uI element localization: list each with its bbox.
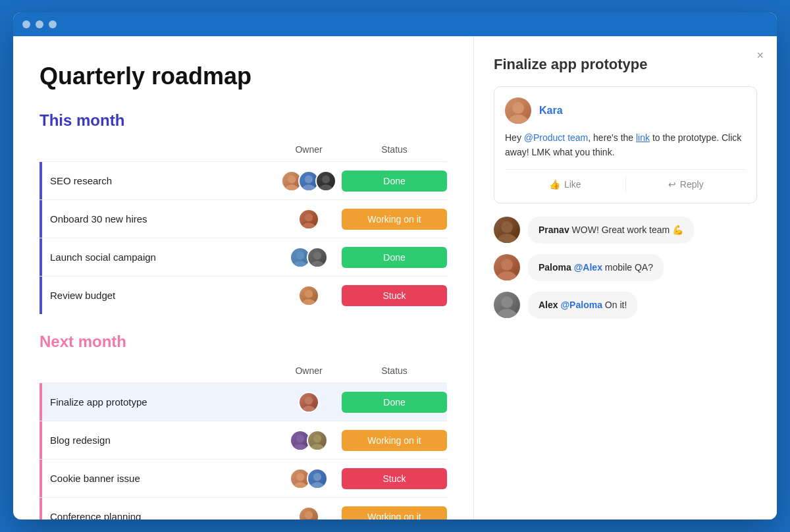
status-cell: Working on it <box>342 205 447 234</box>
status-badge-stuck: Stuck <box>342 468 447 489</box>
status-badge-stuck: Stuck <box>342 285 447 306</box>
comment-header: Kara <box>505 97 746 124</box>
task-label: Finalize app prototype <box>40 396 276 408</box>
owner-avatars <box>276 392 342 413</box>
owner-avatars <box>276 468 342 489</box>
status-badge-done: Done <box>342 392 447 413</box>
reply-author: Alex <box>539 300 558 310</box>
svg-point-14 <box>305 396 313 404</box>
table-row[interactable]: Cookie banner issue Stuck <box>40 459 447 497</box>
svg-point-29 <box>495 234 519 243</box>
svg-point-20 <box>296 473 304 481</box>
svg-point-16 <box>296 435 304 442</box>
svg-point-4 <box>322 175 330 183</box>
avatar <box>298 506 319 520</box>
owner-avatars <box>276 209 342 230</box>
status-cell: Working on it <box>342 426 447 455</box>
reply-mention: @Alex <box>574 262 602 273</box>
svg-point-31 <box>495 271 519 280</box>
like-label: Like <box>564 179 581 190</box>
avatar <box>307 430 328 451</box>
svg-point-22 <box>313 473 321 481</box>
detail-title: Finalize app prototype <box>494 56 757 73</box>
status-cell: Stuck <box>342 464 447 493</box>
owner-col-header-2: Owner <box>276 365 342 376</box>
status-badge-working: Working on it <box>342 506 447 520</box>
status-cell: Done <box>342 243 447 272</box>
svg-point-15 <box>301 406 317 412</box>
titlebar-dot-2 <box>36 20 43 28</box>
svg-point-24 <box>305 511 313 519</box>
titlebar-dot-1 <box>22 20 30 28</box>
titlebar-dot-3 <box>49 20 57 28</box>
avatar <box>494 217 520 243</box>
comment-body: Hey @Product team, here's the link to th… <box>505 130 746 160</box>
table-row[interactable]: Launch social campaign Done <box>40 238 447 276</box>
close-button[interactable]: × <box>756 49 764 61</box>
reply-bubble: Paloma @Alex mobile QA? <box>528 254 664 281</box>
task-label: Onboard 30 new hires <box>40 213 276 225</box>
owner-avatars <box>276 430 342 451</box>
this-month-header: Owner Status <box>40 140 447 161</box>
status-badge-done: Done <box>342 171 447 192</box>
avatar <box>298 285 319 306</box>
status-badge-working: Working on it <box>342 430 447 451</box>
right-panel: × Finalize app prototype Kara Hey @Produ… <box>474 36 777 519</box>
reply-button[interactable]: ↩ Reply <box>626 176 747 192</box>
avatar <box>307 247 328 268</box>
reply-bubble: Pranav WOW! Great work team 💪 <box>528 217 694 244</box>
list-item: Paloma @Alex mobile QA? <box>494 254 757 281</box>
reply-text: mobile QA? <box>605 262 653 273</box>
svg-point-28 <box>501 221 513 233</box>
reply-list: Pranav WOW! Great work team 💪 Paloma @Al… <box>494 217 757 319</box>
reply-author: Paloma <box>539 262 571 273</box>
svg-point-33 <box>495 309 519 318</box>
table-row[interactable]: Finalize app prototype Done <box>40 383 447 421</box>
task-label: Launch social campaign <box>40 252 276 263</box>
like-button[interactable]: 👍 Like <box>505 176 626 192</box>
section-this-month: This month <box>40 111 447 130</box>
svg-point-6 <box>305 213 313 221</box>
like-icon: 👍 <box>549 179 560 190</box>
avatar <box>298 209 319 230</box>
reply-icon: ↩ <box>668 179 676 190</box>
avatar <box>307 468 328 489</box>
owner-avatars <box>276 171 342 192</box>
svg-point-23 <box>309 482 326 488</box>
page-title: Quarterly roadmap <box>40 63 447 90</box>
reply-text: On it! <box>605 300 627 310</box>
svg-point-17 <box>292 444 309 450</box>
svg-point-18 <box>313 435 321 442</box>
comment-card: Kara Hey @Product team, here's the link … <box>494 86 757 203</box>
list-item: Pranav WOW! Great work team 💪 <box>494 217 757 244</box>
avatar <box>315 171 336 192</box>
status-badge-done: Done <box>342 247 447 268</box>
main-content: Quarterly roadmap This month Owner Statu… <box>13 36 777 519</box>
svg-point-8 <box>296 252 304 259</box>
table-row[interactable]: Review budget Stuck <box>40 276 447 314</box>
table-row[interactable]: Onboard 30 new hires Working on it <box>40 200 447 238</box>
owner-col-header: Owner <box>276 144 342 155</box>
svg-point-30 <box>501 259 513 271</box>
owner-avatars <box>276 506 342 520</box>
svg-point-27 <box>506 115 530 124</box>
reply-text: WOW! Great work team 💪 <box>572 225 683 235</box>
table-row[interactable]: Conference planning Working on it <box>40 497 447 519</box>
titlebar <box>13 13 777 36</box>
svg-point-3 <box>301 184 317 190</box>
svg-point-2 <box>305 175 313 183</box>
status-cell: Working on it <box>342 502 447 520</box>
svg-point-21 <box>292 482 309 488</box>
comment-author-name: Kara <box>539 105 563 117</box>
owner-avatars <box>276 247 342 268</box>
table-row[interactable]: SEO research Done <box>40 161 447 200</box>
svg-point-26 <box>512 102 524 114</box>
task-label: Cookie banner issue <box>40 473 276 484</box>
prototype-link[interactable]: link <box>636 132 650 143</box>
status-badge-working: Working on it <box>342 209 447 230</box>
app-window: Quarterly roadmap This month Owner Statu… <box>13 13 777 519</box>
left-panel: Quarterly roadmap This month Owner Statu… <box>13 36 474 519</box>
task-label: Review budget <box>40 290 276 301</box>
table-row[interactable]: Blog redesign Working on it <box>40 421 447 459</box>
status-col-header: Status <box>342 140 447 159</box>
